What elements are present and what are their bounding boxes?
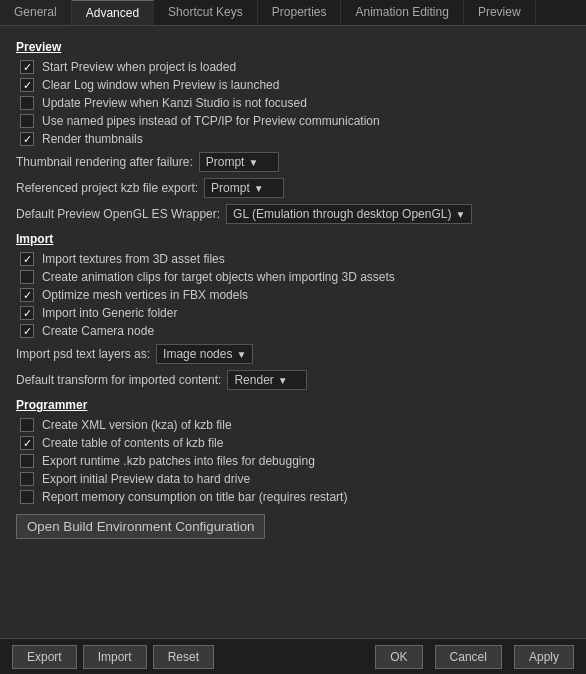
checkbox-create-animation[interactable]: Create animation clips for target object…	[16, 270, 570, 284]
checkbox-export-runtime[interactable]: Export runtime .kzb patches into files f…	[16, 454, 570, 468]
kzb-export-dropdown[interactable]: Prompt ▼	[204, 178, 284, 198]
bottom-bar: Export Import Reset OK Cancel Apply	[0, 638, 586, 674]
thumbnail-failure-dropdown[interactable]: Prompt ▼	[199, 152, 279, 172]
thumbnail-failure-row: Thumbnail rendering after failure: Promp…	[16, 152, 570, 172]
psd-layers-row: Import psd text layers as: Image nodes ▼	[16, 344, 570, 364]
kzb-export-row: Referenced project kzb file export: Prom…	[16, 178, 570, 198]
checkbox-import-generic[interactable]: Import into Generic folder	[16, 306, 570, 320]
programmer-section-title: Programmer	[16, 398, 570, 412]
import-button[interactable]: Import	[83, 645, 147, 669]
tab-preview[interactable]: Preview	[464, 0, 536, 25]
checkbox-named-pipes[interactable]: Use named pipes instead of TCP/IP for Pr…	[16, 114, 570, 128]
checkbox-optimize-mesh[interactable]: Optimize mesh vertices in FBX models	[16, 288, 570, 302]
checkbox-create-xml[interactable]: Create XML version (kza) of kzb file	[16, 418, 570, 432]
checkbox-start-preview[interactable]: Start Preview when project is loaded	[16, 60, 570, 74]
checkbox-create-table[interactable]: Create table of contents of kzb file	[16, 436, 570, 450]
checkbox-render-thumbnails[interactable]: Render thumbnails	[16, 132, 570, 146]
apply-button[interactable]: Apply	[514, 645, 574, 669]
opengl-wrapper-dropdown[interactable]: GL (Emulation through desktop OpenGL) ▼	[226, 204, 472, 224]
psd-layers-dropdown[interactable]: Image nodes ▼	[156, 344, 253, 364]
preview-section-title: Preview	[16, 40, 570, 54]
checkbox-export-initial[interactable]: Export initial Preview data to hard driv…	[16, 472, 570, 486]
reset-button[interactable]: Reset	[153, 645, 214, 669]
default-transform-dropdown[interactable]: Render ▼	[227, 370, 307, 390]
open-build-env-button[interactable]: Open Build Environment Configuration	[16, 514, 265, 539]
opengl-wrapper-row: Default Preview OpenGL ES Wrapper: GL (E…	[16, 204, 570, 224]
cancel-button[interactable]: Cancel	[435, 645, 502, 669]
settings-content: Preview Start Preview when project is lo…	[0, 26, 586, 634]
tab-shortcut-keys[interactable]: Shortcut Keys	[154, 0, 258, 25]
checkbox-import-textures[interactable]: Import textures from 3D asset files	[16, 252, 570, 266]
checkbox-report-memory[interactable]: Report memory consumption on title bar (…	[16, 490, 570, 504]
checkbox-create-camera[interactable]: Create Camera node	[16, 324, 570, 338]
checkbox-update-preview[interactable]: Update Preview when Kanzi Studio is not …	[16, 96, 570, 110]
checkbox-clear-log[interactable]: Clear Log window when Preview is launche…	[16, 78, 570, 92]
tab-general[interactable]: General	[0, 0, 72, 25]
export-button[interactable]: Export	[12, 645, 77, 669]
ok-button[interactable]: OK	[375, 645, 422, 669]
import-section-title: Import	[16, 232, 570, 246]
default-transform-row: Default transform for imported content: …	[16, 370, 570, 390]
tab-bar: General Advanced Shortcut Keys Propertie…	[0, 0, 586, 26]
tab-animation-editing[interactable]: Animation Editing	[341, 0, 463, 25]
tab-advanced[interactable]: Advanced	[72, 0, 154, 25]
tab-properties[interactable]: Properties	[258, 0, 342, 25]
